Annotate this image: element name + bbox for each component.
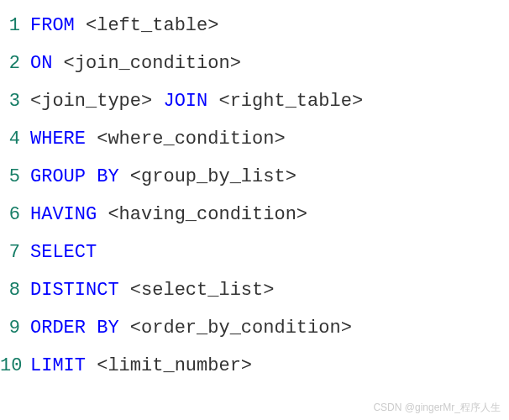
whitespace [86, 355, 97, 376]
code-content: DISTINCT <select_list> [30, 280, 274, 301]
code-content: ON <join_condition> [30, 53, 241, 74]
code-line: 8DISTINCT <select_list> [0, 271, 509, 309]
sql-placeholder: <right_table> [218, 91, 363, 112]
sql-keyword: HAVING [30, 204, 97, 225]
sql-keyword: WHERE [30, 129, 86, 150]
sql-keyword: JOIN [163, 91, 207, 112]
code-line: 1FROM <left_table> [0, 7, 509, 45]
whitespace [97, 204, 108, 225]
whitespace [75, 15, 86, 36]
sql-placeholder: <group_by_list> [130, 166, 296, 187]
code-content: WHERE <where_condition> [30, 129, 286, 150]
sql-keyword: BY [97, 166, 118, 187]
sql-keyword: ON [30, 53, 52, 74]
code-line: 6HAVING <having_condition> [0, 196, 509, 234]
code-line: 10LIMIT <limit_number> [0, 347, 509, 385]
code-line: 3<join_type> JOIN <right_table> [0, 82, 509, 120]
code-block: 1FROM <left_table>2ON <join_condition>3<… [0, 7, 509, 385]
whitespace [119, 280, 130, 301]
line-number: 8 [0, 280, 30, 301]
sql-placeholder: <join_type> [30, 91, 152, 112]
code-line: 5GROUP BY <group_by_list> [0, 158, 509, 196]
code-content: GROUP BY <group_by_list> [30, 166, 296, 187]
sql-placeholder: <join_condition> [64, 53, 241, 74]
whitespace [119, 318, 130, 339]
line-number: 6 [0, 204, 30, 225]
whitespace [52, 53, 63, 74]
line-number: 4 [0, 129, 30, 150]
code-content: FROM <left_table> [30, 15, 218, 36]
sql-placeholder: <left_table> [86, 15, 218, 36]
sql-placeholder: <order_by_condition> [130, 318, 352, 339]
code-line: 4WHERE <where_condition> [0, 120, 509, 158]
line-number: 5 [0, 166, 30, 187]
code-content: HAVING <having_condition> [30, 204, 307, 225]
sql-placeholder: <where_condition> [97, 129, 285, 150]
line-number: 3 [0, 91, 30, 112]
code-line: 7SELECT [0, 234, 509, 271]
whitespace [119, 166, 130, 187]
sql-keyword: BY [97, 318, 118, 339]
sql-placeholder: <select_list> [130, 280, 275, 301]
code-content: ORDER BY <order_by_condition> [30, 318, 352, 339]
code-line: 2ON <join_condition> [0, 45, 509, 82]
sql-placeholder: <having_condition> [108, 204, 307, 225]
code-content: <join_type> JOIN <right_table> [30, 91, 363, 112]
code-content: LIMIT <limit_number> [30, 355, 252, 376]
code-content: SELECT [30, 242, 97, 263]
code-line: 9ORDER BY <order_by_condition> [0, 309, 509, 347]
sql-keyword: DISTINCT [30, 280, 119, 301]
line-number: 7 [0, 242, 30, 263]
line-number: 9 [0, 318, 30, 339]
line-number: 2 [0, 53, 30, 74]
whitespace [86, 166, 97, 187]
sql-keyword: LIMIT [30, 355, 86, 376]
whitespace [152, 91, 163, 112]
line-number: 1 [0, 15, 30, 36]
sql-keyword: ORDER [30, 318, 86, 339]
sql-keyword: SELECT [30, 242, 97, 263]
sql-keyword: GROUP [30, 166, 86, 187]
whitespace [86, 318, 97, 339]
whitespace [86, 129, 97, 150]
sql-keyword: FROM [30, 15, 75, 36]
watermark-text: CSDN @gingerMr_程序人生 [373, 401, 501, 415]
sql-placeholder: <limit_number> [97, 355, 252, 376]
line-number: 10 [0, 355, 30, 376]
whitespace [207, 91, 218, 112]
